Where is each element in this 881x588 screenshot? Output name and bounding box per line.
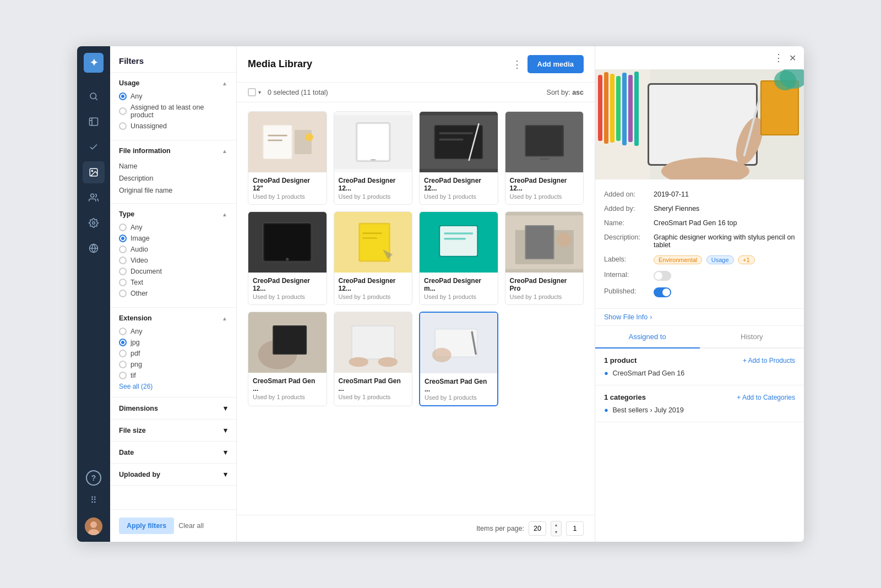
- media-card[interactable]: CreoPad Designer 12... Used by 1 product…: [505, 111, 584, 205]
- media-card[interactable]: CreoPad Designer 12... Used by 1 product…: [248, 211, 327, 305]
- ext-pdf[interactable]: pdf: [119, 350, 227, 357]
- nav-globe[interactable]: [83, 237, 105, 259]
- add-to-products-button[interactable]: + Add to Products: [743, 357, 795, 364]
- file-info-description[interactable]: Description: [119, 172, 227, 184]
- type-video-radio[interactable]: [119, 257, 127, 264]
- ext-png-radio[interactable]: [119, 361, 127, 368]
- tab-assigned-to[interactable]: Assigned to: [595, 326, 700, 349]
- select-dropdown-arrow[interactable]: ▾: [258, 89, 261, 95]
- tab-history[interactable]: History: [700, 326, 804, 347]
- type-other[interactable]: Other: [119, 290, 227, 297]
- media-card[interactable]: CreoPad Designer 12... Used by 1 product…: [334, 111, 413, 205]
- media-card[interactable]: CreoSmart Pad Gen ... Used by 1 products: [334, 312, 413, 406]
- clear-filters-button[interactable]: Clear all: [178, 518, 204, 534]
- media-card-selected[interactable]: CreoSmart Pad Gen ... Used by 1 products: [419, 312, 498, 406]
- current-page-input[interactable]: [566, 521, 584, 536]
- label-usage[interactable]: Usage: [706, 255, 734, 264]
- svg-rect-46: [444, 238, 466, 240]
- media-toolbar: ▾ 0 selected (11 total) Sort by: asc: [237, 83, 595, 102]
- usage-assigned-radio[interactable]: [119, 107, 127, 115]
- ext-any[interactable]: Any: [119, 328, 227, 335]
- more-options-icon[interactable]: ⋮: [512, 58, 522, 70]
- chevron-right-icon: ›: [650, 313, 652, 321]
- media-card[interactable]: CreoPad Designer m... Used by 1 products: [419, 211, 498, 305]
- items-decrement[interactable]: ▾: [551, 529, 561, 536]
- media-card[interactable]: CreoSmart Pad Gen ... Used by 1 products: [248, 312, 327, 406]
- published-toggle[interactable]: [654, 287, 671, 297]
- type-any[interactable]: Any: [119, 224, 227, 231]
- media-card[interactable]: CreoPad Designer 12... Used by 1 product…: [419, 111, 498, 205]
- file-info-name[interactable]: Name: [119, 160, 227, 172]
- nav-files[interactable]: [83, 111, 105, 133]
- select-all-checkbox[interactable]: [248, 88, 256, 96]
- ext-png[interactable]: png: [119, 361, 227, 368]
- type-video[interactable]: Video: [119, 257, 227, 264]
- added-on-value: 2019-07-11: [654, 190, 795, 198]
- svg-rect-69: [604, 72, 608, 144]
- product-count: 1 product: [604, 356, 637, 364]
- uploadedby-header[interactable]: Uploaded by ▾: [119, 470, 227, 478]
- label-environmental[interactable]: Environmental: [654, 255, 702, 264]
- type-document-radio[interactable]: [119, 268, 127, 275]
- file-info-original[interactable]: Original file name: [119, 184, 227, 197]
- usage-any-radio[interactable]: [119, 92, 127, 100]
- add-media-button[interactable]: Add media: [527, 55, 584, 73]
- nav-help[interactable]: ?: [86, 470, 101, 486]
- svg-rect-35: [264, 224, 310, 260]
- nav-apps[interactable]: ⠿: [83, 489, 105, 511]
- type-image-radio[interactable]: [119, 235, 127, 242]
- main-header: Media Library ⋮ Add media: [237, 46, 595, 83]
- type-text[interactable]: Text: [119, 279, 227, 286]
- detail-more-icon[interactable]: ⋮: [774, 52, 784, 64]
- ext-pdf-radio[interactable]: [119, 350, 127, 357]
- dimensions-header[interactable]: Dimensions ▾: [119, 404, 227, 412]
- type-audio-radio[interactable]: [119, 246, 127, 253]
- nav-tasks[interactable]: [83, 136, 105, 158]
- type-image[interactable]: Image: [119, 235, 227, 242]
- extension-header[interactable]: Extension ▲: [119, 314, 227, 322]
- nav-search[interactable]: [83, 85, 105, 107]
- usage-section-header[interactable]: Usage ▲: [119, 79, 227, 87]
- ext-any-radio[interactable]: [119, 328, 127, 335]
- filesize-header[interactable]: File size ▾: [119, 426, 227, 434]
- type-any-label: Any: [130, 224, 143, 231]
- usage-any[interactable]: Any: [119, 92, 227, 100]
- app-logo[interactable]: ✦: [84, 53, 104, 73]
- media-card[interactable]: CreoPad Designer 12" Used by 1 products: [248, 111, 327, 205]
- usage-unassigned-radio[interactable]: [119, 122, 127, 130]
- items-increment[interactable]: ▴: [551, 521, 561, 529]
- nav-media[interactable]: [83, 161, 105, 183]
- usage-unassigned[interactable]: Unassigned: [119, 122, 227, 130]
- detail-close-icon[interactable]: ✕: [789, 53, 796, 63]
- sort-value[interactable]: asc: [572, 89, 584, 96]
- type-audio[interactable]: Audio: [119, 246, 227, 253]
- label-plus1[interactable]: +1: [738, 255, 755, 264]
- select-all-container[interactable]: ▾: [248, 88, 261, 96]
- ext-tif-radio[interactable]: [119, 372, 127, 379]
- nav-people[interactable]: [83, 187, 105, 209]
- svg-rect-32: [539, 158, 549, 160]
- media-card[interactable]: CreoPad Designer 12... Used by 1 product…: [334, 211, 413, 305]
- nav-settings[interactable]: [83, 212, 105, 234]
- ext-tif[interactable]: tif: [119, 372, 227, 379]
- items-stepper[interactable]: ▴ ▾: [551, 521, 562, 536]
- add-to-categories-button[interactable]: + Add to Categories: [737, 394, 795, 401]
- date-header[interactable]: Date ▾: [119, 448, 227, 456]
- type-document[interactable]: Document: [119, 268, 227, 275]
- usage-assigned[interactable]: Assigned to at least one product: [119, 104, 227, 119]
- media-card[interactable]: CreoPad Designer Pro Used by 1 products: [505, 211, 584, 305]
- show-file-info-button[interactable]: Show File Info ›: [595, 309, 804, 326]
- user-avatar[interactable]: [85, 518, 102, 535]
- apply-filters-button[interactable]: Apply filters: [119, 518, 174, 534]
- internal-toggle[interactable]: [654, 271, 671, 281]
- type-any-radio[interactable]: [119, 224, 127, 231]
- svg-point-60: [378, 357, 397, 367]
- items-per-page-input[interactable]: [529, 521, 546, 536]
- type-header[interactable]: Type ▲: [119, 210, 227, 218]
- ext-jpg-radio[interactable]: [119, 339, 127, 346]
- see-all-extensions[interactable]: See all (26): [119, 383, 227, 390]
- type-text-radio[interactable]: [119, 279, 127, 286]
- type-other-radio[interactable]: [119, 290, 127, 297]
- file-info-header[interactable]: File information ▲: [119, 147, 227, 155]
- ext-jpg[interactable]: jpg: [119, 339, 227, 346]
